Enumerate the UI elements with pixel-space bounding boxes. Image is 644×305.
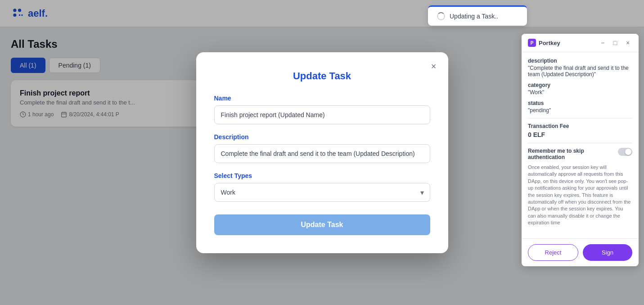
portkey-description-label: description xyxy=(528,58,632,64)
name-field-group: Name xyxy=(214,95,430,124)
portkey-fee-label: Transaction Fee xyxy=(528,123,632,129)
loading-spinner xyxy=(437,12,445,20)
portkey-title: Portkey xyxy=(539,40,560,46)
select-wrapper: Work Personal Study Other ▾ xyxy=(214,183,430,202)
portkey-status-label: status xyxy=(528,100,632,106)
portkey-logo: P Portkey xyxy=(528,39,560,47)
portkey-reject-button[interactable]: Reject xyxy=(528,244,578,261)
portkey-category-label: category xyxy=(528,82,632,88)
portkey-panel: P Portkey − □ × description "Complete th… xyxy=(522,34,639,266)
portkey-status-field: status "pending" xyxy=(528,100,632,114)
select-types-field-group: Select Types Work Personal Study Other ▾ xyxy=(214,172,430,202)
portkey-divider-2 xyxy=(528,143,632,143)
modal-close-button[interactable]: × xyxy=(427,59,441,74)
update-task-button[interactable]: Update Task xyxy=(214,214,430,235)
portkey-remember-desc: Once enabled, your session key will auto… xyxy=(528,164,632,227)
notification-text: Updating a Task.. xyxy=(450,13,498,20)
portkey-description-field: description "Complete the final draft an… xyxy=(528,58,632,77)
select-types-input[interactable]: Work Personal Study Other xyxy=(214,183,430,202)
portkey-minimize-button[interactable]: − xyxy=(598,38,607,47)
modal-title: Update Task xyxy=(214,70,430,82)
description-input[interactable] xyxy=(214,144,430,163)
select-types-label: Select Types xyxy=(214,172,430,179)
portkey-divider xyxy=(528,118,632,118)
portkey-fee-value: 0 ELF xyxy=(528,131,632,138)
portkey-controls: − □ × xyxy=(598,38,632,47)
toggle-knob xyxy=(625,149,631,155)
name-label: Name xyxy=(214,95,430,102)
portkey-footer: Reject Sign xyxy=(522,238,639,266)
portkey-category-value: "Work" xyxy=(528,89,632,96)
notification-bar: Updating a Task.. xyxy=(428,5,527,26)
portkey-status-value: "pending" xyxy=(528,107,632,114)
portkey-close-button[interactable]: × xyxy=(623,38,632,47)
portkey-logo-icon: P xyxy=(528,39,536,47)
portkey-header: P Portkey − □ × xyxy=(522,34,639,52)
remember-toggle[interactable] xyxy=(618,148,632,156)
portkey-description-value: "Complete the final draft and send it to… xyxy=(528,65,632,77)
name-input[interactable] xyxy=(214,105,430,124)
description-field-group: Description xyxy=(214,133,430,163)
description-label: Description xyxy=(214,133,430,141)
remember-label: Remember me to skip authentication xyxy=(528,148,618,160)
remember-row: Remember me to skip authentication xyxy=(528,148,632,160)
portkey-category-field: category "Work" xyxy=(528,82,632,96)
portkey-maximize-button[interactable]: □ xyxy=(611,38,620,47)
update-task-modal: × Update Task Name Description Select Ty… xyxy=(196,52,448,253)
portkey-body: description "Complete the final draft an… xyxy=(522,52,639,238)
portkey-sign-button[interactable]: Sign xyxy=(583,244,632,261)
